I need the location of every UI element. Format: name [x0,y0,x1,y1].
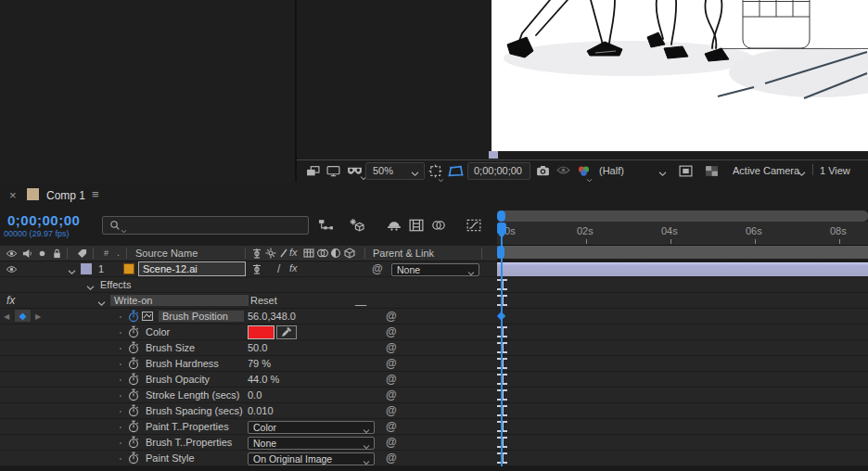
property-value[interactable]: 79 % [248,358,271,369]
pickwhip-icon[interactable]: @ [386,357,397,370]
effect-expand-chevron-icon[interactable] [97,298,106,309]
dot-column[interactable]: . [117,247,120,258]
view-layout-select[interactable]: 1 View [820,165,850,176]
tab-comp-1[interactable]: Comp 1 [46,189,85,202]
property-label[interactable]: Brush Spacing (secs) [146,405,243,416]
stopwatch-icon[interactable] [128,373,139,386]
effects-expand-chevron-icon[interactable] [86,282,95,293]
property-label[interactable]: Paint Style [146,452,195,464]
next-keyframe-icon[interactable]: ▶ [35,312,41,321]
property-label[interactable]: Color [146,326,170,337]
property-row-brush-size[interactable]: Brush Size 50.0 @ [0,340,497,356]
mask-visibility-icon[interactable] [448,165,464,177]
stopwatch-icon-active[interactable] [128,310,139,323]
layer-quality-icon[interactable]: / [277,262,280,275]
previous-keyframe-icon[interactable]: ◀ [4,312,9,321]
shy-switch-icon[interactable] [251,248,262,259]
property-value[interactable]: 0.0 [248,389,262,401]
property-label[interactable]: Paint T..Properties [146,421,229,432]
property-value[interactable]: 50.0 [248,342,267,353]
viewer-scrollbar-thumb[interactable] [489,151,498,159]
layer-duration-bar[interactable] [497,262,868,276]
pickwhip-icon[interactable]: @ [386,388,397,401]
layer-label-color[interactable] [81,263,92,274]
stopwatch-icon[interactable] [128,325,139,338]
pickwhip-icon[interactable]: @ [386,341,397,354]
panel-menu-icon[interactable]: ≡ [92,187,99,201]
motion-blur-icon[interactable] [431,219,446,232]
frame-blending-icon[interactable] [409,219,424,232]
effect-write-on-row[interactable]: fx Write-on Reset __ [0,293,497,309]
collapse-transformations-icon[interactable] [265,248,276,259]
primary-viewer-icon[interactable] [326,165,340,177]
color-swatch[interactable] [248,325,274,339]
pickwhip-icon[interactable]: @ [386,436,397,449]
effect-more-link[interactable]: __ [355,295,366,306]
layer-name-field[interactable]: Scene-12.ai [138,261,246,276]
property-row-paint-time-properties[interactable]: Paint T..Properties Color @ [0,419,497,435]
property-row-brush-opacity[interactable]: Brush Opacity 44.0 % @ [0,372,497,388]
always-preview-icon[interactable] [306,165,320,177]
stopwatch-icon[interactable] [128,420,139,433]
draft-3d-icon[interactable] [349,218,365,232]
viewer-scrollbar[interactable] [297,151,868,159]
show-snapshot-eye-icon[interactable] [556,165,570,175]
source-name-column[interactable]: Source Name [135,248,198,259]
graph-include-icon[interactable] [142,312,153,321]
frame-blend-switch-icon[interactable] [303,248,314,259]
property-row-brush-spacing[interactable]: Brush Spacing (secs) 0.010 @ [0,403,497,419]
3d-layer-switch-icon[interactable] [344,248,355,259]
time-ruler[interactable]: 00s 02s 04s 06s 08s [497,222,868,246]
audio-column-speaker-icon[interactable] [22,248,32,259]
layer-visibility-eye-icon[interactable] [6,265,18,274]
adjustment-layer-switch-icon[interactable] [330,248,341,259]
target-region-icon[interactable] [679,165,693,177]
motion-blur-switch-icon[interactable] [316,248,329,259]
composition-viewer[interactable] [491,0,868,151]
property-label[interactable]: Brush Size [146,342,195,353]
time-navigator-start-handle[interactable] [497,210,505,222]
lock-column-icon[interactable] [52,248,62,259]
stopwatch-icon[interactable] [128,388,139,401]
eyedropper-icon[interactable] [276,325,297,339]
layer-shy-switch-icon[interactable] [251,263,262,274]
pickwhip-icon[interactable]: @ [386,452,397,465]
property-value[interactable]: 56.0,348.0 [248,311,296,322]
fx-switch-icon[interactable]: fx [289,247,298,258]
hide-shy-layers-icon[interactable] [387,219,402,232]
property-value[interactable]: 0.010 [248,405,274,416]
resolution-select[interactable]: (Half) [599,165,624,176]
current-time-display[interactable]: 0;00;00;00 [7,212,80,228]
property-label[interactable]: Brush Hardness [146,358,219,369]
keyframe-toggle-box[interactable]: ◆ [15,310,31,322]
solo-column-icon[interactable] [38,249,46,258]
stopwatch-icon[interactable] [128,357,139,370]
property-row-brush-time-properties[interactable]: Brush T..Properties None @ [0,435,497,451]
snapshot-camera-icon[interactable] [536,165,550,176]
stopwatch-icon[interactable] [128,436,139,449]
paint-time-properties-select[interactable]: Color [248,421,375,434]
pickwhip-icon[interactable]: @ [386,325,397,338]
transparency-grid-icon[interactable] [705,165,719,177]
property-label[interactable]: Brush Position [159,311,244,322]
pickwhip-icon[interactable]: @ [386,373,397,386]
property-value[interactable]: 44.0 % [248,374,279,385]
search-input[interactable] [102,216,309,235]
effect-reset-link[interactable]: Reset [250,295,277,306]
effect-name[interactable]: Write-on [110,295,249,306]
property-row-paint-style[interactable]: Paint Style On Original Image @ [0,451,497,466]
effects-group-row[interactable]: Effects [0,277,497,293]
brush-time-properties-select[interactable]: None [248,437,375,450]
playhead-line[interactable] [501,225,503,471]
property-label[interactable]: Brush Opacity [146,374,210,385]
paint-style-select[interactable]: On Original Image [248,452,375,465]
quality-switch-icon[interactable] [278,248,289,259]
pickwhip-icon[interactable]: @ [386,310,397,323]
property-row-brush-position[interactable]: ◀ ◆ ▶ Brush Position 56.0,348.0 @ [0,309,497,325]
label-column-tag-icon[interactable] [77,248,87,259]
layer-number-column[interactable]: # [104,248,108,258]
graph-editor-icon[interactable] [466,219,481,232]
layer-expand-chevron-icon[interactable] [68,266,76,277]
parent-pickwhip-icon[interactable]: @ [372,262,383,275]
parent-link-column[interactable]: Parent & Link [373,248,434,259]
